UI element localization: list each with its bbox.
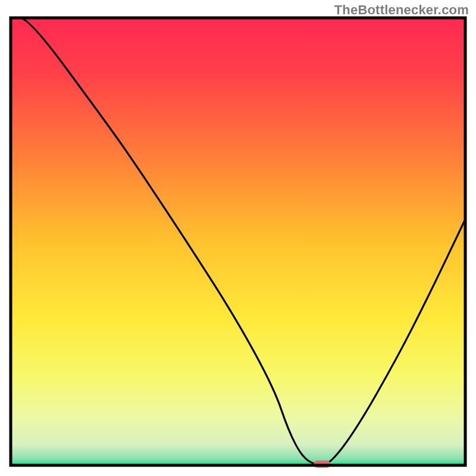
bottleneck-chart: TheBottlenecker.com [0,0,476,476]
plot-area [11,18,465,468]
chart-svg [0,0,476,476]
attribution-label: TheBottlenecker.com [334,2,469,18]
